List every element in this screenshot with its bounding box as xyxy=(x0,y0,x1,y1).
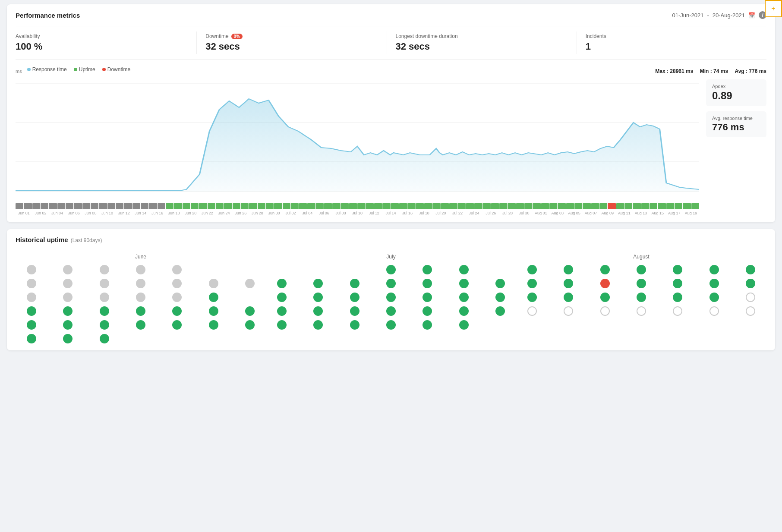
uptime-segment xyxy=(158,203,165,209)
dot xyxy=(459,265,469,274)
dot xyxy=(27,279,36,288)
uptime-segment xyxy=(566,203,574,209)
dot xyxy=(136,265,145,274)
chart-stats: Max : 28961 ms Min : 74 ms Avg : 776 ms xyxy=(650,68,766,74)
availability-value: 100 % xyxy=(16,41,188,52)
dot xyxy=(313,320,323,330)
dot xyxy=(527,320,537,330)
dot xyxy=(350,265,359,274)
apdex-card: Apdex 0.89 xyxy=(706,79,766,106)
uptime-segment xyxy=(99,203,107,209)
dot xyxy=(386,334,396,343)
dot xyxy=(564,306,573,316)
dot xyxy=(495,334,505,343)
uptime-segment xyxy=(624,203,632,209)
dot xyxy=(313,279,323,288)
uptime-segment xyxy=(183,203,190,209)
dot xyxy=(136,320,145,330)
historical-subtitle: (Last 90days) xyxy=(71,237,102,243)
dot xyxy=(350,293,359,302)
dot xyxy=(423,320,432,330)
dot xyxy=(172,306,182,316)
uptime-segment xyxy=(216,203,224,209)
dot xyxy=(100,334,109,343)
uptime-segment xyxy=(224,203,232,209)
dot xyxy=(495,279,505,288)
uptime-segment xyxy=(332,203,340,209)
dot xyxy=(245,306,255,316)
metric-longest-downtime: Longest downtime duration 32 secs xyxy=(387,31,577,54)
dot xyxy=(673,279,682,288)
dot xyxy=(172,265,182,274)
uptime-segment xyxy=(258,203,265,209)
uptime-segment xyxy=(141,203,148,209)
dot xyxy=(27,334,36,343)
historical-title: Historical uptime xyxy=(16,236,68,243)
card-title: Performance metrics xyxy=(16,12,80,19)
dot xyxy=(350,334,359,343)
uptime-segment xyxy=(533,203,540,209)
stat-min: Min : 74 ms xyxy=(700,68,728,74)
metric-downtime: Downtime 0% 32 secs xyxy=(197,31,387,54)
dot xyxy=(637,320,646,330)
dot xyxy=(245,293,255,302)
uptime-segment xyxy=(283,203,290,209)
uptime-segment xyxy=(16,203,23,209)
plus-icon: + xyxy=(771,5,775,13)
dot xyxy=(277,306,287,316)
dot xyxy=(637,334,646,343)
calendar-icon[interactable]: 📅 xyxy=(748,12,755,19)
historical-uptime-card: Historical uptime (Last 90days) June xyxy=(7,229,775,350)
incidents-value: 1 xyxy=(586,41,758,52)
uptime-segment xyxy=(650,203,657,209)
uptime-segment xyxy=(324,203,332,209)
dot xyxy=(637,293,646,302)
dot xyxy=(600,334,610,343)
chart-sidebar: Apdex 0.89 Avg. response time 776 ms xyxy=(706,79,766,215)
dot xyxy=(527,334,537,343)
july-label: July xyxy=(266,254,516,260)
longest-downtime-value: 32 secs xyxy=(396,41,568,52)
uptime-segment xyxy=(633,203,640,209)
uptime-segment xyxy=(524,203,532,209)
dot xyxy=(564,265,573,274)
uptime-segment xyxy=(508,203,515,209)
dot xyxy=(209,293,218,302)
chart-wrap: 4000 2000 0 xyxy=(16,79,766,215)
dot xyxy=(459,293,469,302)
dot xyxy=(209,265,218,274)
date-range[interactable]: 01-Jun-2021 - 20-Aug-2021 📅 i xyxy=(672,11,766,19)
dot xyxy=(245,279,255,288)
dot xyxy=(27,265,36,274)
june-label: June xyxy=(16,254,266,260)
avg-response-time-card: Avg. response time 776 ms xyxy=(706,111,766,137)
uptime-segment xyxy=(208,203,215,209)
uptime-segment xyxy=(199,203,207,209)
dot xyxy=(423,265,432,274)
longest-downtime-label: Longest downtime duration xyxy=(396,33,568,39)
dot xyxy=(136,293,145,302)
dot xyxy=(709,293,719,302)
uptime-segment xyxy=(683,203,691,209)
uptime-segment xyxy=(449,203,457,209)
uptime-segment xyxy=(407,203,415,209)
uptime-segment xyxy=(482,203,490,209)
dot xyxy=(136,279,145,288)
uptime-segment xyxy=(233,203,240,209)
dot xyxy=(386,265,396,274)
uptime-segment xyxy=(116,203,123,209)
uptime-segment xyxy=(366,203,374,209)
uptime-segment xyxy=(107,203,115,209)
dot xyxy=(527,279,537,288)
dot xyxy=(100,279,109,288)
top-bar-button[interactable]: + xyxy=(765,0,782,17)
dot xyxy=(27,320,36,330)
avg-response-time-label: Avg. response time xyxy=(712,116,760,121)
incidents-label: Incidents xyxy=(586,33,758,39)
uptime-segment xyxy=(266,203,274,209)
legend-uptime-label: Uptime xyxy=(79,66,95,72)
uptime-segment xyxy=(583,203,590,209)
chart-main: 4000 2000 0 xyxy=(16,79,699,215)
dot xyxy=(27,293,36,302)
august-column: August xyxy=(516,254,766,343)
